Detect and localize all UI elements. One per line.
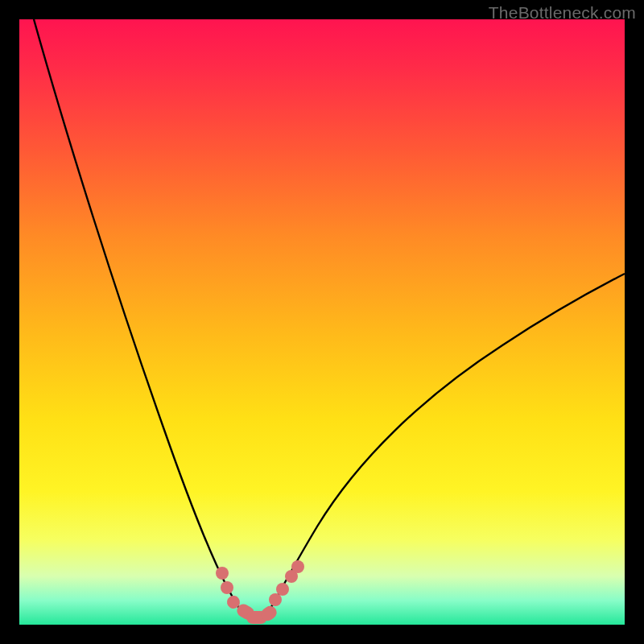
right-curve xyxy=(267,274,625,614)
svg-point-6 xyxy=(269,593,282,606)
svg-point-9 xyxy=(291,560,304,573)
watermark-text: TheBottleneck.com xyxy=(489,3,636,23)
chart-plot-area xyxy=(19,19,625,625)
svg-point-0 xyxy=(216,567,229,580)
svg-point-1 xyxy=(221,581,233,594)
chart-svg xyxy=(19,19,625,625)
svg-point-7 xyxy=(276,583,289,596)
left-curve xyxy=(34,19,243,614)
